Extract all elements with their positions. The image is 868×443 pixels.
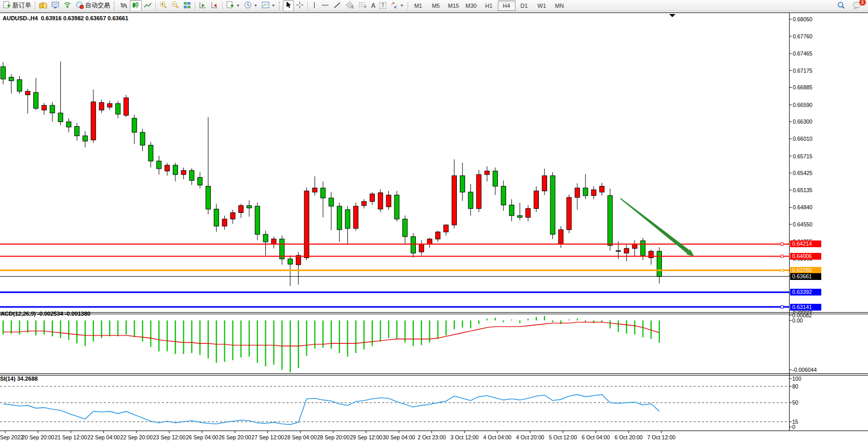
rsi-line xyxy=(3,395,659,425)
vertical-line-button[interactable] xyxy=(309,0,319,11)
dropdown-caret[interactable]: ▼ xyxy=(400,4,404,7)
auto-scroll-button[interactable] xyxy=(197,0,209,11)
candle xyxy=(493,168,498,195)
candle xyxy=(591,186,596,199)
candle xyxy=(436,231,440,241)
timeframe-mn[interactable]: MN xyxy=(551,1,568,11)
periods-button[interactable]: ▼ xyxy=(242,0,260,11)
dropdown-caret[interactable]: ▼ xyxy=(236,4,240,7)
candle xyxy=(509,199,514,221)
candle xyxy=(42,103,47,115)
timeframe-m1[interactable]: M1 xyxy=(410,1,427,11)
auto-trading-icon xyxy=(76,1,84,10)
zoom-in-button[interactable] xyxy=(157,0,169,11)
toolbar-separator xyxy=(307,2,308,10)
channel-button[interactable]: E xyxy=(343,0,356,11)
candle xyxy=(468,184,473,216)
templates-button[interactable]: ▼ xyxy=(260,0,277,11)
candle xyxy=(165,163,170,176)
timeframe-h4[interactable]: H4 xyxy=(498,1,516,11)
new-order-button[interactable]: 新订单 xyxy=(1,0,33,11)
zoom-out-button[interactable] xyxy=(169,0,181,11)
candlestick-chart-button[interactable] xyxy=(130,0,142,11)
timeframe-m30[interactable]: M30 xyxy=(463,1,480,11)
tile-windows-icon xyxy=(183,2,191,10)
arrows-icon xyxy=(390,2,398,10)
cursor-button[interactable] xyxy=(283,0,294,11)
arrows-button[interactable]: ▼ xyxy=(388,0,406,11)
fibonacci-button[interactable]: F xyxy=(356,0,369,11)
signal-icon xyxy=(64,2,72,10)
candle xyxy=(230,210,235,224)
candle xyxy=(99,100,104,113)
candle xyxy=(9,74,13,93)
bar-chart-button[interactable] xyxy=(118,0,130,11)
candle xyxy=(583,174,588,199)
candle xyxy=(575,183,580,210)
toolbar: 新订单 自动交易 ▼ ▼ ▼ E F A T ▼ M1M5M15M30H1H4D… xyxy=(0,0,868,11)
search-icon xyxy=(837,1,845,10)
candle xyxy=(157,156,161,174)
toolbar-separator xyxy=(195,2,195,10)
notifications-button[interactable]: 1 xyxy=(850,0,864,11)
candle xyxy=(641,238,645,260)
crosshair-button[interactable] xyxy=(294,0,306,11)
candle xyxy=(452,159,457,229)
chart-ohlc-values: 0.63916 0.63982 0.63657 0.63661 xyxy=(41,15,128,21)
candlestick-icon xyxy=(132,2,140,10)
text-label-button[interactable]: T xyxy=(377,0,388,11)
line-chart-button[interactable] xyxy=(142,0,154,11)
search-button[interactable] xyxy=(835,0,847,11)
candle xyxy=(518,203,522,220)
horizontal-line-icon xyxy=(321,2,329,9)
candle xyxy=(239,204,243,218)
chart-shift-button[interactable] xyxy=(209,0,221,11)
chart-symbol-period: AUDUSD-,H4 xyxy=(3,15,38,21)
candle xyxy=(272,237,276,249)
chart-shift-icon xyxy=(211,2,219,10)
trend-arrow[interactable] xyxy=(620,198,689,253)
timeframe-h1[interactable]: H1 xyxy=(480,1,498,11)
dropdown-caret[interactable]: ▼ xyxy=(272,4,275,7)
candle xyxy=(427,238,432,248)
horizontal-line-button[interactable] xyxy=(319,0,331,11)
candle xyxy=(173,163,178,181)
candle xyxy=(460,163,465,200)
line-handle[interactable] xyxy=(781,269,783,272)
candle xyxy=(624,245,629,261)
timeframe-m5[interactable]: M5 xyxy=(427,1,445,11)
line-chart-icon xyxy=(144,2,152,10)
candle xyxy=(83,131,88,148)
candle xyxy=(140,129,145,151)
chart-shift-marker[interactable] xyxy=(669,14,675,17)
candle xyxy=(354,203,358,231)
timeframe-d1[interactable]: D1 xyxy=(516,1,533,11)
trendline-button[interactable] xyxy=(331,0,343,11)
line-handle[interactable] xyxy=(781,306,783,308)
auto-trading-label: 自动交易 xyxy=(85,1,110,10)
candle xyxy=(632,240,637,257)
text-tool-button[interactable]: A xyxy=(369,0,378,11)
candle xyxy=(501,180,506,211)
text-label-icon: T xyxy=(379,2,386,9)
candle xyxy=(411,233,416,258)
signals-button[interactable] xyxy=(62,0,74,11)
line-handle[interactable] xyxy=(781,243,783,245)
candle xyxy=(608,189,613,251)
indicators-button[interactable]: ▼ xyxy=(224,0,242,11)
line-handle[interactable] xyxy=(781,255,783,258)
dropdown-caret[interactable]: ▼ xyxy=(254,4,257,7)
candle xyxy=(181,168,186,180)
candle xyxy=(25,89,30,113)
timeframe-w1[interactable]: W1 xyxy=(533,1,551,11)
auto-trading-button[interactable]: 自动交易 xyxy=(74,0,112,11)
timeframe-m15[interactable]: M15 xyxy=(445,1,463,11)
fibonacci-icon: F xyxy=(358,1,367,10)
tile-windows-button[interactable] xyxy=(181,0,193,11)
macd-pane: MACD(12,26,9) -0.002534 -0.001380 xyxy=(0,311,208,318)
market-watch-button[interactable] xyxy=(49,0,62,11)
candle xyxy=(337,203,342,242)
cursor-icon xyxy=(285,1,292,10)
candle xyxy=(34,78,38,110)
history-center-button[interactable] xyxy=(37,0,49,11)
